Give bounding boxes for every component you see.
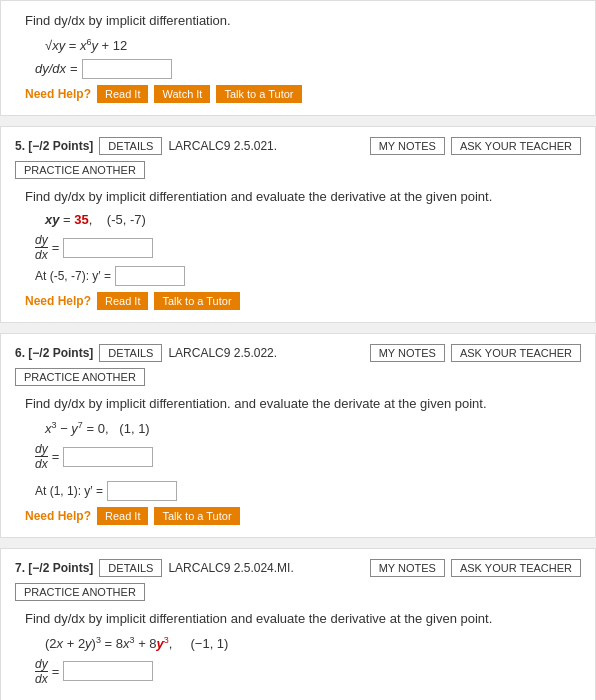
problem5-needhelp-row: Need Help? Read It Talk to a Tutor: [25, 292, 581, 310]
problem6-instruction: Find dy/dx by implicit differentiation. …: [25, 394, 581, 414]
problem6-details-button[interactable]: DETAILS: [99, 344, 162, 362]
top-talktoa-button[interactable]: Talk to a Tutor: [216, 85, 301, 103]
problem7-dydx-input[interactable]: [63, 661, 153, 681]
problem6-askteacher-button[interactable]: ASK YOUR TEACHER: [451, 344, 581, 362]
problem5-points: 5. [−/2 Points]: [15, 139, 93, 153]
top-dydx-row: dy/dx =: [35, 59, 581, 79]
top-instruction: Find dy/dx by implicit differentiation.: [25, 11, 581, 31]
top-dydx-input[interactable]: [82, 59, 172, 79]
problem5-header: 5. [−/2 Points] DETAILS LARCALC9 2.5.021…: [15, 137, 581, 179]
problem5-practice-button[interactable]: PRACTICE ANOTHER: [15, 161, 145, 179]
problem7-body: Find dy/dx by implicit differentiation a…: [15, 609, 581, 700]
problem6-eval-row: At (1, 1): y′ =: [35, 481, 581, 501]
problem7-block: 7. [−/2 Points] DETAILS LARCALC9 2.5.024…: [0, 548, 596, 700]
problem6-points: 6. [−/2 Points]: [15, 346, 93, 360]
problem5-talktoa-button[interactable]: Talk to a Tutor: [154, 292, 239, 310]
problem5-eval-label: At (-5, -7): y′ =: [35, 269, 111, 283]
problem6-talktoa-button[interactable]: Talk to a Tutor: [154, 507, 239, 525]
problem5-details-button[interactable]: DETAILS: [99, 137, 162, 155]
problem6-needhelp-label: Need Help?: [25, 509, 91, 523]
problem7-points: 7. [−/2 Points]: [15, 561, 93, 575]
problem7-instruction: Find dy/dx by implicit differentiation a…: [25, 609, 581, 629]
problem6-larcalc: LARCALC9 2.5.022.: [168, 346, 277, 360]
problem6-eval-label: At (1, 1): y′ =: [35, 484, 103, 498]
problem6-block: 6. [−/2 Points] DETAILS LARCALC9 2.5.022…: [0, 333, 596, 538]
problem7-header: 7. [−/2 Points] DETAILS LARCALC9 2.5.024…: [15, 559, 581, 601]
problem6-equation: x3 − y7 = 0, (1, 1): [45, 420, 581, 436]
problem7-mynotes-button[interactable]: MY NOTES: [370, 559, 445, 577]
problem5-askteacher-button[interactable]: ASK YOUR TEACHER: [451, 137, 581, 155]
problem7-larcalc: LARCALC9 2.5.024.MI.: [168, 561, 293, 575]
problem5-equation: xy = 35, (-5, -7): [45, 212, 581, 227]
problem6-mynotes-button[interactable]: MY NOTES: [370, 344, 445, 362]
problem5-block: 5. [−/2 Points] DETAILS LARCALC9 2.5.021…: [0, 126, 596, 324]
problem5-eval-row: At (-5, -7): y′ =: [35, 266, 581, 286]
problem5-readit-button[interactable]: Read It: [97, 292, 148, 310]
problem5-dydx-input[interactable]: [63, 238, 153, 258]
top-needhelp-label: Need Help?: [25, 87, 91, 101]
problem7-details-button[interactable]: DETAILS: [99, 559, 162, 577]
problem5-dydx-row: dy dx =: [35, 233, 581, 262]
problem6-needhelp-row: Need Help? Read It Talk to a Tutor: [25, 507, 581, 525]
problem5-body: Find dy/dx by implicit differentiation a…: [15, 187, 581, 311]
problem6-practice-button[interactable]: PRACTICE ANOTHER: [15, 368, 145, 386]
problem7-askteacher-button[interactable]: ASK YOUR TEACHER: [451, 559, 581, 577]
problem6-readit-button[interactable]: Read It: [97, 507, 148, 525]
problem5-instruction: Find dy/dx by implicit differentiation a…: [25, 187, 581, 207]
top-problem-block: Find dy/dx by implicit differentiation. …: [0, 0, 596, 116]
top-equation: √xy = x6y + 12: [45, 37, 581, 53]
problem5-eval-input[interactable]: [115, 266, 185, 286]
problem6-header: 6. [−/2 Points] DETAILS LARCALC9 2.5.022…: [15, 344, 581, 386]
problem5-mynotes-button[interactable]: MY NOTES: [370, 137, 445, 155]
problem7-equation: (2x + 2y)3 = 8x3 + 8y3, (−1, 1): [45, 635, 581, 651]
problem6-dydx-row: dy dx =: [35, 442, 581, 471]
problem5-needhelp-label: Need Help?: [25, 294, 91, 308]
problem7-dydx-row: dy dx =: [35, 657, 581, 686]
problem7-practice-button[interactable]: PRACTICE ANOTHER: [15, 583, 145, 601]
problem5-larcalc: LARCALC9 2.5.021.: [168, 139, 277, 153]
problem6-body: Find dy/dx by implicit differentiation. …: [15, 394, 581, 525]
top-watchit-button[interactable]: Watch It: [154, 85, 210, 103]
problem6-eval-input[interactable]: [107, 481, 177, 501]
top-needhelp-row: Need Help? Read It Watch It Talk to a Tu…: [25, 85, 581, 103]
top-readit-button[interactable]: Read It: [97, 85, 148, 103]
top-dydx-label: dy/dx: [35, 61, 66, 76]
problem6-dydx-input[interactable]: [63, 447, 153, 467]
